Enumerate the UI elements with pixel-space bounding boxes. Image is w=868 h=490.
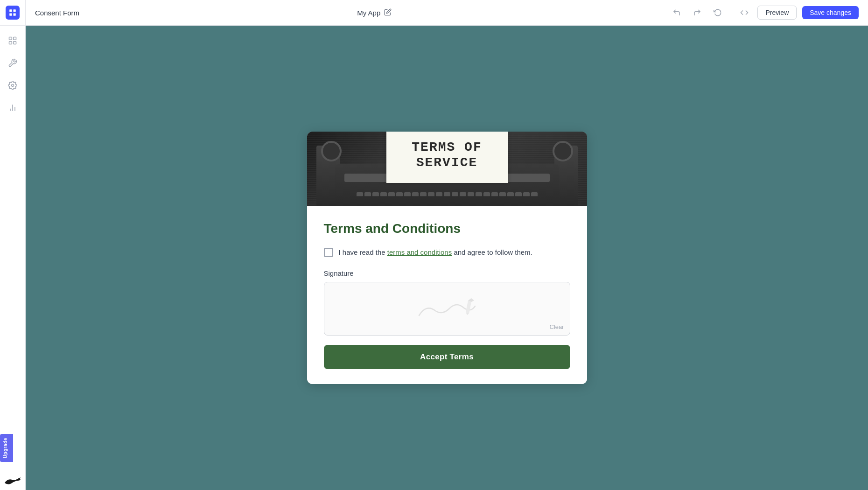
canvas-area: TERMS OFSERVICE xyxy=(26,26,868,490)
signature-pad[interactable]: Clear xyxy=(324,282,570,336)
clear-button[interactable]: Clear xyxy=(549,323,564,330)
sidebar: Upgrade xyxy=(0,0,26,490)
main-area: Consent Form My App xyxy=(26,0,868,490)
terms-checkbox-label: I have read the terms and conditions and… xyxy=(339,247,532,258)
svg-rect-5 xyxy=(14,37,16,40)
accept-terms-button[interactable]: Accept Terms xyxy=(324,345,570,369)
svg-rect-0 xyxy=(9,9,12,12)
terms-link[interactable]: terms and conditions xyxy=(387,248,452,256)
undo-button[interactable] xyxy=(669,5,684,20)
topbar-divider xyxy=(731,7,731,18)
signature-label: Signature xyxy=(324,269,570,277)
form-title: Terms and Conditions xyxy=(324,221,570,236)
svg-rect-3 xyxy=(14,14,16,16)
sidebar-item-grid[interactable] xyxy=(3,31,22,50)
topbar-center: My App xyxy=(357,8,392,17)
svg-rect-4 xyxy=(9,37,12,40)
topbar-left: Consent Form xyxy=(35,9,79,17)
hero-text: TERMS OFSERVICE xyxy=(412,140,482,171)
svg-rect-2 xyxy=(9,14,12,16)
svg-rect-6 xyxy=(9,42,12,44)
app-logo-icon[interactable] xyxy=(6,6,20,20)
brand-bird-icon xyxy=(4,476,21,485)
topbar-right: Preview Save changes xyxy=(669,5,859,20)
signature-pad-content xyxy=(324,282,570,335)
edit-icon[interactable] xyxy=(384,8,392,17)
app-name-label: My App xyxy=(357,9,380,17)
terms-checkbox[interactable] xyxy=(324,248,333,257)
typewriter-keys xyxy=(357,192,538,197)
sidebar-logo xyxy=(0,0,26,26)
history-button[interactable] xyxy=(710,5,725,20)
form-body: Terms and Conditions I have read the ter… xyxy=(307,206,587,384)
typewriter-paper: TERMS OFSERVICE xyxy=(386,132,508,183)
preview-button[interactable]: Preview xyxy=(757,6,797,20)
redo-button[interactable] xyxy=(690,5,705,20)
terms-checkbox-row: I have read the terms and conditions and… xyxy=(324,247,570,258)
svg-point-8 xyxy=(12,84,14,87)
save-button[interactable]: Save changes xyxy=(802,6,859,19)
code-button[interactable] xyxy=(737,5,752,20)
svg-rect-7 xyxy=(14,42,16,44)
sidebar-item-tools[interactable] xyxy=(3,54,22,72)
sidebar-item-analytics[interactable] xyxy=(3,98,22,117)
signature-scribble-icon xyxy=(410,294,484,322)
sidebar-item-settings[interactable] xyxy=(3,76,22,95)
upgrade-button[interactable]: Upgrade xyxy=(0,434,13,462)
form-card: TERMS OFSERVICE xyxy=(307,132,587,384)
topbar: Consent Form My App xyxy=(26,0,868,26)
typewriter-illustration: TERMS OFSERVICE xyxy=(307,132,587,206)
svg-rect-1 xyxy=(14,9,16,12)
page-title: Consent Form xyxy=(35,9,79,17)
form-hero: TERMS OFSERVICE xyxy=(307,132,587,206)
